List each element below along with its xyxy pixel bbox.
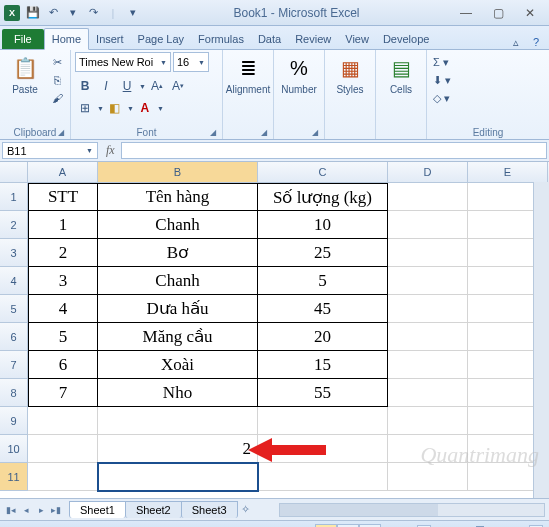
row-header[interactable]: 9 — [0, 407, 28, 435]
sheet-first[interactable]: ▮◂ — [4, 503, 18, 517]
row-header[interactable]: 2 — [0, 211, 28, 239]
bold-button[interactable]: B — [75, 76, 95, 96]
redo-button[interactable]: ↷ — [84, 4, 102, 22]
cell-A6[interactable]: 5 — [28, 323, 98, 351]
number-button[interactable]: %Number — [278, 52, 320, 97]
horizontal-scrollbar[interactable] — [279, 503, 545, 517]
new-sheet-button[interactable]: ✧ — [241, 503, 259, 516]
sheet-tab-3[interactable]: Sheet3 — [181, 501, 238, 518]
cell-D4[interactable] — [388, 267, 468, 295]
cell-C11[interactable] — [258, 463, 388, 491]
select-all-corner[interactable] — [0, 162, 28, 182]
cell-D3[interactable] — [388, 239, 468, 267]
cell-A8[interactable]: 7 — [28, 379, 98, 407]
underline-button[interactable]: U — [117, 76, 137, 96]
cell-D7[interactable] — [388, 351, 468, 379]
copy-button[interactable]: ⎘ — [48, 72, 66, 88]
cell-B1[interactable]: Tên hàng — [98, 183, 258, 211]
undo-button[interactable]: ↶ — [44, 4, 62, 22]
minimize-button[interactable]: — — [451, 4, 481, 22]
font-name-select[interactable]: Times New Roi▼ — [75, 52, 171, 72]
view-normal[interactable]: ▦ — [315, 524, 337, 528]
col-header-c[interactable]: C — [258, 162, 388, 182]
view-page-break[interactable]: ▤ — [359, 524, 381, 528]
view-page-layout[interactable]: ▥ — [337, 524, 359, 528]
save-button[interactable]: 💾 — [24, 4, 42, 22]
tab-insert[interactable]: Insert — [89, 29, 131, 49]
cell-A1[interactable]: STT — [28, 183, 98, 211]
row-header[interactable]: 8 — [0, 379, 28, 407]
col-header-a[interactable]: A — [28, 162, 98, 182]
clear-button[interactable]: ◇ ▾ — [433, 90, 450, 106]
cells-button[interactable]: ▤Cells — [380, 52, 422, 97]
cell-B11[interactable] — [98, 463, 258, 491]
vertical-scrollbar[interactable] — [533, 182, 549, 498]
minimize-ribbon-icon[interactable]: ▵ — [509, 35, 523, 49]
cell-D5[interactable] — [388, 295, 468, 323]
tab-pagelayout[interactable]: Page Lay — [131, 29, 191, 49]
sheet-last[interactable]: ▸▮ — [49, 503, 63, 517]
fill-button[interactable]: ⬇ ▾ — [433, 72, 451, 88]
cell-D6[interactable] — [388, 323, 468, 351]
cell-C1[interactable]: Số lượng (kg) — [258, 183, 388, 211]
font-launcher[interactable]: ◢ — [210, 128, 216, 137]
cell-A4[interactable]: 3 — [28, 267, 98, 295]
font-color-button[interactable]: A — [135, 98, 155, 118]
cell-B9[interactable] — [98, 407, 258, 435]
number-launcher[interactable]: ◢ — [312, 128, 318, 137]
cell-D2[interactable] — [388, 211, 468, 239]
cell-B5[interactable]: Dưa hấu — [98, 295, 258, 323]
tab-review[interactable]: Review — [288, 29, 338, 49]
format-painter-button[interactable]: 🖌 — [48, 90, 66, 106]
row-header[interactable]: 7 — [0, 351, 28, 379]
cell-A9[interactable] — [28, 407, 98, 435]
row-header[interactable]: 3 — [0, 239, 28, 267]
close-button[interactable]: ✕ — [515, 4, 545, 22]
row-header[interactable]: 6 — [0, 323, 28, 351]
alignment-button[interactable]: ≣Alignment — [227, 52, 269, 97]
cut-button[interactable]: ✂ — [48, 54, 66, 70]
row-header[interactable]: 1 — [0, 183, 28, 211]
file-tab[interactable]: File — [2, 29, 44, 49]
cell-D8[interactable] — [388, 379, 468, 407]
col-header-e[interactable]: E — [468, 162, 548, 182]
maximize-button[interactable]: ▢ — [483, 4, 513, 22]
tab-formulas[interactable]: Formulas — [191, 29, 251, 49]
cell-C7[interactable]: 15 — [258, 351, 388, 379]
font-size-select[interactable]: 16▼ — [173, 52, 209, 72]
qat-customize[interactable]: ▾ — [124, 4, 142, 22]
col-header-d[interactable]: D — [388, 162, 468, 182]
cell-B4[interactable]: Chanh — [98, 267, 258, 295]
paste-button[interactable]: 📋 Paste — [4, 52, 46, 97]
tab-data[interactable]: Data — [251, 29, 288, 49]
cell-D9[interactable] — [388, 407, 468, 435]
cell-C9[interactable] — [258, 407, 388, 435]
cell-A10[interactable] — [28, 435, 98, 463]
cell-C6[interactable]: 20 — [258, 323, 388, 351]
cell-D1[interactable] — [388, 183, 468, 211]
fill-color-button[interactable]: ◧ — [105, 98, 125, 118]
cell-A11[interactable] — [28, 463, 98, 491]
tab-developer[interactable]: Develope — [376, 29, 436, 49]
cell-A5[interactable]: 4 — [28, 295, 98, 323]
cell-C3[interactable]: 25 — [258, 239, 388, 267]
cell-A3[interactable]: 2 — [28, 239, 98, 267]
cell-B8[interactable]: Nho — [98, 379, 258, 407]
shrink-font-button[interactable]: A▾ — [168, 76, 188, 96]
cell-B10[interactable]: 2 — [98, 435, 258, 463]
sheet-tab-1[interactable]: Sheet1 — [69, 501, 126, 518]
fx-icon[interactable]: fx — [106, 143, 115, 158]
qat-dropdown[interactable]: ▾ — [64, 4, 82, 22]
italic-button[interactable]: I — [96, 76, 116, 96]
formula-input[interactable] — [121, 142, 547, 159]
cell-D11[interactable] — [388, 463, 468, 491]
tab-view[interactable]: View — [338, 29, 376, 49]
row-header[interactable]: 11 — [0, 463, 28, 491]
autosum-button[interactable]: Σ ▾ — [433, 54, 449, 70]
row-header[interactable]: 5 — [0, 295, 28, 323]
name-box[interactable]: B11▼ — [2, 142, 98, 159]
border-button[interactable]: ⊞ — [75, 98, 95, 118]
cell-A7[interactable]: 6 — [28, 351, 98, 379]
cell-B3[interactable]: Bơ — [98, 239, 258, 267]
sheet-tab-2[interactable]: Sheet2 — [125, 501, 182, 518]
